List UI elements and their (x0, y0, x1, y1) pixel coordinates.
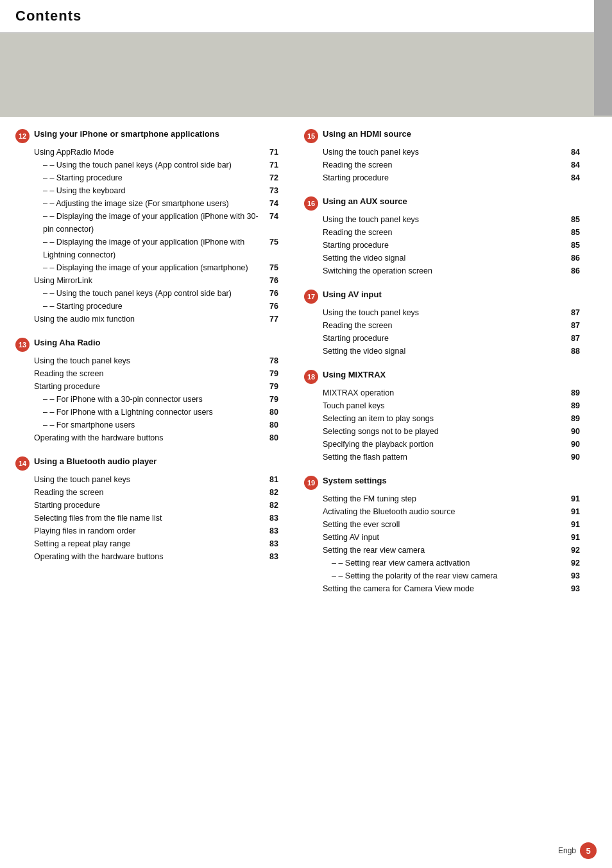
section-12: 12Using your iPhone or smartphone applic… (15, 128, 278, 326)
page: Contents 12Using your iPhone or smartpho… (0, 0, 612, 868)
image-placeholder (0, 33, 612, 117)
item-text: Starting procedure (34, 499, 267, 512)
item-text: – Using the touch panel keys (App contro… (43, 159, 267, 171)
list-item: Using the touch panel keys84 (323, 146, 580, 159)
item-text: – Starting procedure (43, 171, 267, 184)
item-page-num: 84 (571, 171, 580, 184)
item-page-num: 90 (571, 451, 580, 464)
item-page-num: 84 (571, 146, 580, 159)
item-page-num: 88 (571, 345, 580, 358)
item-text: Setting the rear view camera (323, 544, 568, 557)
section-header-13: 13Using Aha Radio (15, 337, 278, 352)
item-text: – Starting procedure (43, 300, 267, 313)
list-item: Switching the operation screen86 (323, 265, 580, 277)
item-page-num: 83 (269, 525, 278, 537)
col-right: 15Using an HDMI sourceUsing the touch pa… (291, 128, 580, 607)
section-body-15: Using the touch panel keys84Reading the … (304, 146, 580, 184)
item-page-num: 74 (269, 197, 278, 210)
item-text: Playing files in random order (34, 525, 267, 537)
page-title: Contents (15, 8, 81, 24)
footer-page: 5 (580, 842, 597, 859)
section-num-14: 14 (15, 456, 30, 471)
item-text: Setting AV input (323, 531, 568, 544)
list-item: Setting the camera for Camera View mode9… (323, 582, 580, 595)
list-item: Reading the screen82 (34, 486, 278, 499)
section-header-16: 16Using an AUX source (304, 196, 580, 211)
item-page-num: 78 (269, 354, 278, 367)
item-page-num: 73 (269, 184, 278, 197)
item-text: – Using the keyboard (43, 184, 267, 197)
item-text: – For iPhone with a 30-pin connector use… (43, 393, 267, 406)
item-page-num: 89 (571, 386, 580, 399)
item-text: Setting a repeat play range (34, 537, 267, 550)
item-text: Starting procedure (323, 239, 568, 252)
item-text: Activating the Bluetooth audio source (323, 505, 568, 518)
list-item: – Adjusting the image size (For smartpho… (34, 197, 278, 210)
item-page-num: 93 (571, 569, 580, 582)
list-item: Starting procedure79 (34, 380, 278, 393)
item-page-num: 82 (269, 499, 278, 512)
list-item: Setting the ever scroll91 (323, 518, 580, 531)
item-text: Setting the video signal (323, 345, 568, 358)
item-page-num: 91 (571, 531, 580, 544)
list-item: Touch panel keys89 (323, 399, 580, 412)
section-body-12: Using AppRadio Mode71– Using the touch p… (15, 146, 278, 326)
list-item: Reading the screen85 (323, 226, 580, 239)
item-text: Selecting files from the file name list (34, 512, 267, 525)
section-num-13: 13 (15, 338, 30, 352)
list-item: – Displaying the image of your applicati… (34, 261, 278, 274)
list-item: Using the touch panel keys81 (34, 473, 278, 486)
item-page-num: 93 (571, 582, 580, 595)
item-text: Using the touch panel keys (323, 213, 568, 226)
section-title-12: Using your iPhone or smartphone applicat… (34, 128, 219, 140)
item-page-num: 80 (269, 431, 278, 444)
item-text: Setting the FM tuning step (323, 492, 568, 505)
list-item: Setting the flash pattern90 (323, 451, 580, 464)
item-page-num: 92 (571, 557, 580, 569)
item-text: – Setting the polarity of the rear view … (332, 569, 568, 582)
list-item: Selecting files from the file name list8… (34, 512, 278, 525)
section-16: 16Using an AUX sourceUsing the touch pan… (304, 196, 580, 277)
list-item: Using the audio mix function77 (34, 313, 278, 326)
section-18: 18Using MIXTRAXMIXTRAX operation89Touch … (304, 369, 580, 464)
section-num-18: 18 (304, 370, 318, 384)
list-item: Starting procedure84 (323, 171, 580, 184)
item-page-num: 71 (269, 146, 278, 159)
item-text: – Displaying the image of your applicati… (43, 261, 267, 274)
footer-lang: Engb (558, 846, 576, 855)
item-text: Touch panel keys (323, 399, 568, 412)
item-page-num: 89 (571, 399, 580, 412)
list-item: – For smartphone users80 (34, 419, 278, 431)
section-body-14: Using the touch panel keys81Reading the … (15, 473, 278, 563)
item-page-num: 79 (269, 367, 278, 380)
item-page-num: 75 (269, 236, 278, 248)
item-text: Setting the video signal (323, 252, 568, 265)
item-text: – Setting rear view camera activation (332, 557, 568, 569)
item-text: Reading the screen (34, 367, 267, 380)
section-header-18: 18Using MIXTRAX (304, 369, 580, 384)
list-item: Starting procedure87 (323, 332, 580, 345)
item-page-num: 80 (269, 406, 278, 419)
list-item: – For iPhone with a 30-pin connector use… (34, 393, 278, 406)
item-page-num: 85 (571, 239, 580, 252)
item-page-num: 71 (269, 159, 278, 171)
list-item: Setting AV input91 (323, 531, 580, 544)
content-area: 12Using your iPhone or smartphone applic… (0, 117, 612, 622)
item-text: Starting procedure (323, 171, 568, 184)
item-text: Selecting songs not to be played (323, 425, 568, 438)
list-item: Setting the video signal86 (323, 252, 580, 265)
section-title-14: Using a Bluetooth audio player (34, 456, 157, 467)
item-text: Reading the screen (323, 226, 568, 239)
item-text: Using MirrorLink (34, 274, 267, 287)
item-text: Using the touch panel keys (323, 146, 568, 159)
item-text: Using AppRadio Mode (34, 146, 267, 159)
item-text: Using the audio mix function (34, 313, 267, 326)
section-body-17: Using the touch panel keys87Reading the … (304, 306, 580, 358)
item-text: MIXTRAX operation (323, 386, 568, 399)
item-text: Setting the camera for Camera View mode (323, 582, 568, 595)
item-text: Using the touch panel keys (323, 306, 568, 319)
section-15: 15Using an HDMI sourceUsing the touch pa… (304, 128, 580, 184)
item-page-num: 74 (269, 210, 278, 223)
list-item: – For iPhone with a Lightning connector … (34, 406, 278, 419)
item-page-num: 85 (571, 213, 580, 226)
